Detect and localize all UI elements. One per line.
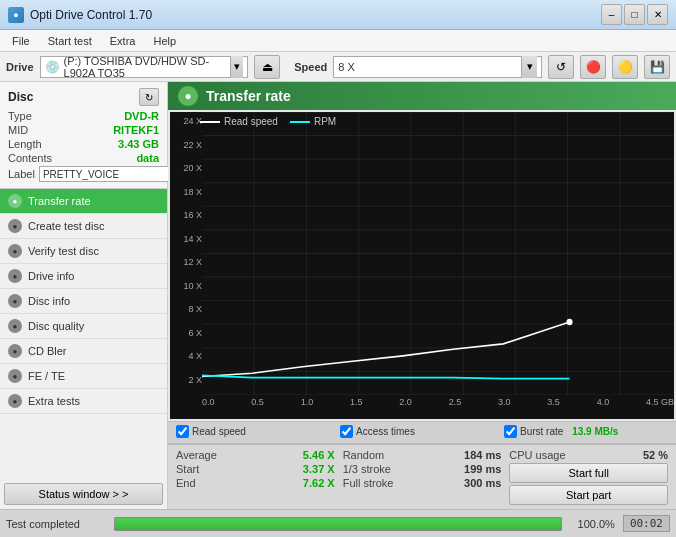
nav-item-fe-te[interactable]: ● FE / TE	[0, 364, 167, 389]
average-label: Average	[176, 449, 217, 461]
nav-item-cd-bler[interactable]: ● CD Bler	[0, 339, 167, 364]
disc-type-value: DVD-R	[124, 110, 159, 122]
disc-quality-icon: ●	[8, 319, 22, 333]
speed-apply-button[interactable]: ↺	[548, 55, 574, 79]
disc-panel-title: Disc	[8, 90, 33, 104]
x-label-15: 1.5	[350, 397, 363, 407]
maximize-button[interactable]: □	[624, 4, 645, 25]
nav-drive-info-label: Drive info	[28, 270, 74, 282]
start-value: 3.37 X	[303, 463, 335, 475]
y-label-20: 20 X	[172, 163, 202, 173]
drive-dropdown-arrow[interactable]: ▾	[230, 56, 243, 78]
nav-disc-quality-label: Disc quality	[28, 320, 84, 332]
drive-selector[interactable]: 💿 (P:) TOSHIBA DVD/HDW SD-L902A TO35 ▾	[40, 56, 249, 78]
menu-extra[interactable]: Extra	[102, 31, 144, 51]
disc-label-input[interactable]	[39, 166, 174, 182]
speed-selector[interactable]: 8 X ▾	[333, 56, 542, 78]
x-label-2: 2.0	[399, 397, 412, 407]
average-value: 5.46 X	[303, 449, 335, 461]
status-window-button[interactable]: Status window > >	[4, 483, 163, 505]
disc-label-key: Label	[8, 168, 35, 180]
nav-item-drive-info[interactable]: ● Drive info	[0, 264, 167, 289]
nav-item-disc-quality[interactable]: ● Disc quality	[0, 314, 167, 339]
nav-menu: ● Transfer rate ● Create test disc ● Ver…	[0, 189, 167, 479]
eject-button[interactable]: ⏏	[254, 55, 280, 79]
speed-dropdown-arrow[interactable]: ▾	[521, 56, 537, 78]
start-full-button[interactable]: Start full	[509, 463, 668, 483]
y-axis: 24 X 22 X 20 X 18 X 16 X 14 X 12 X 10 X …	[170, 112, 202, 389]
stats-buttons: Start full Start part	[509, 463, 668, 505]
menu-file[interactable]: File	[4, 31, 38, 51]
drive-select-text: (P:) TOSHIBA DVD/HDW SD-L902A TO35	[64, 55, 227, 79]
menu-bar: File Start test Extra Help	[0, 30, 676, 52]
legend-read-speed-color	[200, 121, 220, 123]
end-value: 7.62 X	[303, 477, 335, 489]
toolbar-btn-1[interactable]: 🔴	[580, 55, 606, 79]
menu-start-test[interactable]: Start test	[40, 31, 100, 51]
transfer-rate-icon-header: ●	[178, 86, 198, 106]
x-axis: 0.0 0.5 1.0 1.5 2.0 2.5 3.0 3.5 4.0 4.5 …	[202, 395, 674, 419]
rpm-line	[202, 375, 570, 378]
y-label-14: 14 X	[172, 234, 202, 244]
transfer-rate-header: ● Transfer rate	[168, 82, 676, 110]
y-label-2: 2 X	[172, 375, 202, 385]
checkbox-burst-rate[interactable]: Burst rate 13.9 MB/s	[504, 425, 668, 438]
menu-help[interactable]: Help	[145, 31, 184, 51]
nav-item-verify-test-disc[interactable]: ● Verify test disc	[0, 239, 167, 264]
disc-mid-value: RITEKF1	[113, 124, 159, 136]
nav-item-create-test-disc[interactable]: ● Create test disc	[0, 214, 167, 239]
random-label: Random	[343, 449, 385, 461]
random-value: 184 ms	[464, 449, 501, 461]
status-text: Test completed	[6, 518, 106, 530]
disc-refresh-button[interactable]: ↻	[139, 88, 159, 106]
nav-item-disc-info[interactable]: ● Disc info	[0, 289, 167, 314]
stat-section-speed: Average 5.46 X Start 3.37 X End 7.62 X	[176, 449, 335, 505]
y-label-6: 6 X	[172, 328, 202, 338]
start-label: Start	[176, 463, 199, 475]
window-controls: – □ ✕	[601, 4, 668, 25]
nav-item-extra-tests[interactable]: ● Extra tests	[0, 389, 167, 414]
nav-create-test-disc-label: Create test disc	[28, 220, 104, 232]
checkbox-access-times[interactable]: Access times	[340, 425, 504, 438]
y-label-12: 12 X	[172, 257, 202, 267]
end-label: End	[176, 477, 196, 489]
legend-rpm-color	[290, 121, 310, 123]
burst-rate-checkbox-label: Burst rate	[520, 426, 563, 437]
close-button[interactable]: ✕	[647, 4, 668, 25]
transfer-rate-icon: ●	[8, 194, 22, 208]
read-speed-checkbox[interactable]	[176, 425, 189, 438]
legend-rpm-label: RPM	[314, 116, 336, 127]
nav-item-transfer-rate[interactable]: ● Transfer rate	[0, 189, 167, 214]
nav-disc-info-label: Disc info	[28, 295, 70, 307]
disc-type-label: Type	[8, 110, 32, 122]
cpu-label: CPU usage	[509, 449, 565, 461]
chart-area: Read speed RPM 24 X 22 X 20 X 18 X 16 X …	[170, 112, 674, 419]
access-times-checkbox[interactable]	[340, 425, 353, 438]
toolbar-btn-2[interactable]: 🟡	[612, 55, 638, 79]
start-part-button[interactable]: Start part	[509, 485, 668, 505]
checkboxes-row: Read speed Access times Burst rate 13.9 …	[168, 421, 676, 444]
burst-rate-value: 13.9 MB/s	[572, 426, 618, 437]
nav-transfer-rate-label: Transfer rate	[28, 195, 91, 207]
save-button[interactable]: 💾	[644, 55, 670, 79]
minimize-button[interactable]: –	[601, 4, 622, 25]
cpu-value: 52 %	[643, 449, 668, 461]
y-label-24: 24 X	[172, 116, 202, 126]
full-stroke-value: 300 ms	[464, 477, 501, 489]
main-content: Disc ↻ Type DVD-R MID RITEKF1 Length 3.4…	[0, 82, 676, 509]
drive-label: Drive	[6, 61, 34, 73]
nav-extra-tests-label: Extra tests	[28, 395, 80, 407]
disc-length-label: Length	[8, 138, 42, 150]
transfer-rate-line	[202, 322, 570, 376]
x-label-0: 0.0	[202, 397, 215, 407]
x-label-25: 2.5	[449, 397, 462, 407]
chart-svg	[202, 112, 674, 395]
disc-length-value: 3.43 GB	[118, 138, 159, 150]
checkbox-read-speed[interactable]: Read speed	[176, 425, 340, 438]
x-label-1: 1.0	[301, 397, 314, 407]
progress-bar	[114, 517, 562, 531]
burst-rate-checkbox[interactable]	[504, 425, 517, 438]
disc-mid-label: MID	[8, 124, 28, 136]
create-test-disc-icon: ●	[8, 219, 22, 233]
app-icon: ●	[8, 7, 24, 23]
